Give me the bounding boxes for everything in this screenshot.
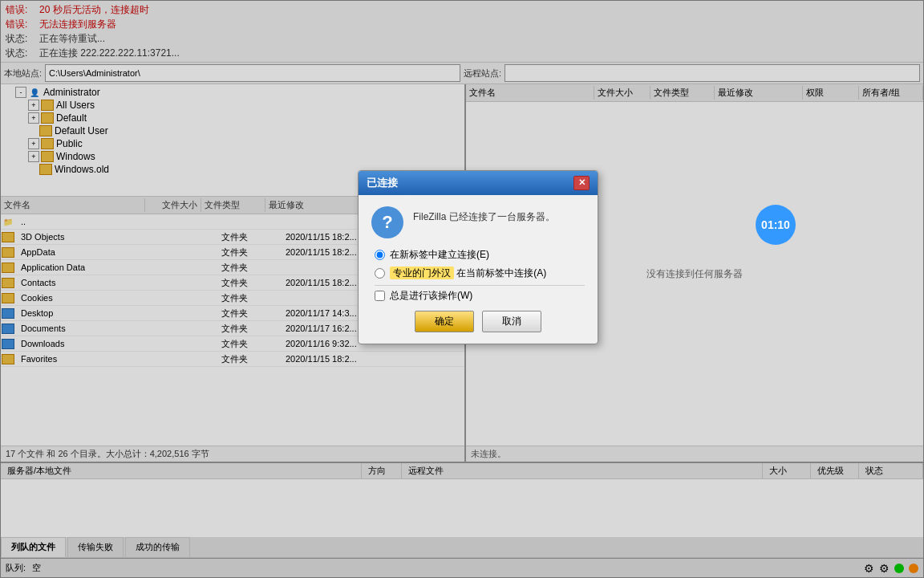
always-checkbox[interactable] [375,291,385,301]
dialog-titlebar: 已连接 ✕ [359,171,598,195]
dialog-body: ? FileZilla 已经连接了一台服务器。 在新标签中建立连接(E) 专业的… [359,195,598,344]
dialog-title: 已连接 [367,176,398,190]
timer-value: 01:10 [761,218,790,231]
dialog-confirm-button[interactable]: 确定 [415,311,474,332]
dialog-question-icon: ? [371,206,403,238]
dialog-options: 在新标签中建立连接(E) 专业的门外汉 在当前标签中连接(A) 总是进行该操作(… [371,248,585,303]
dialog-buttons: 确定 取消 [371,311,585,332]
option-highlight-text: 专业的门外汉 [390,267,454,279]
connected-dialog: 已连接 ✕ ? FileZilla 已经连接了一台服务器。 在新标签中建立连接(… [358,170,598,344]
option-current-radio[interactable] [375,268,385,279]
dialog-message: FileZilla 已经连接了一台服务器。 [413,206,555,224]
dialog-close-button[interactable]: ✕ [573,176,590,190]
dialog-option-always: 总是进行该操作(W) [375,289,585,303]
dialog-overlay: 已连接 ✕ ? FileZilla 已经连接了一台服务器。 在新标签中建立连接(… [0,0,924,578]
timer-circle: 01:10 [756,205,796,245]
option-newtab-radio[interactable] [375,250,385,260]
option-current-label: 专业的门外汉 在当前标签中连接(A) [390,267,546,280]
dialog-top: ? FileZilla 已经连接了一台服务器。 [371,206,585,238]
dialog-option-current: 专业的门外汉 在当前标签中连接(A) [375,267,585,280]
dialog-option-newtab: 在新标签中建立连接(E) [375,248,585,262]
option-newtab-label: 在新标签中建立连接(E) [390,248,489,262]
always-label: 总是进行该操作(W) [390,289,472,303]
dialog-cancel-button[interactable]: 取消 [482,311,541,332]
